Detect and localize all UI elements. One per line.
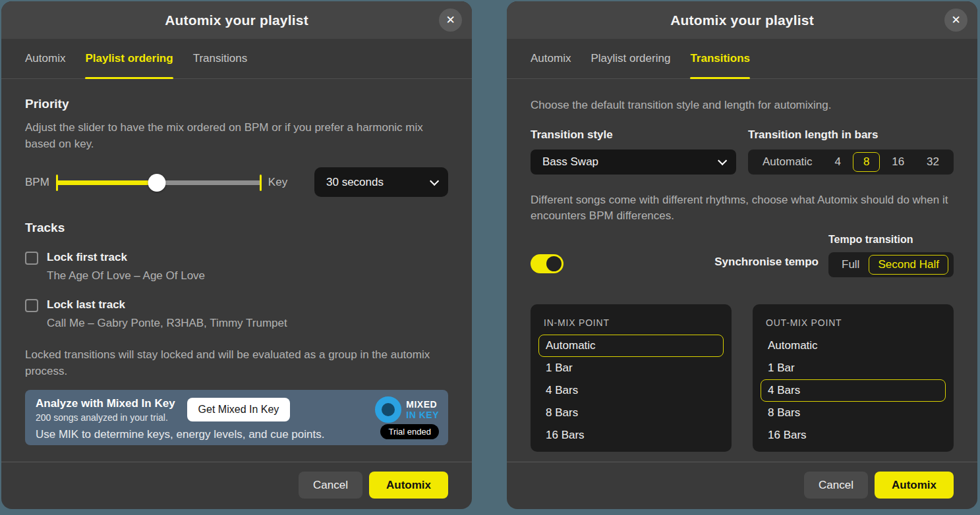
duration-dropdown[interactable]: 30 seconds (314, 167, 448, 197)
lock-last-track-label: Lock last track (47, 298, 287, 312)
priority-heading: Priority (25, 97, 448, 111)
lock-last-track-row[interactable]: Lock last track Call Me – Gabry Ponte, R… (25, 298, 448, 330)
dialog-title: Automix your playlist (165, 13, 308, 28)
toggle-knob (546, 256, 562, 271)
cancel-button[interactable]: Cancel (299, 472, 362, 499)
tempo-transition-segmented: Full Second Half (828, 252, 954, 277)
length-option-4[interactable]: 4 (824, 152, 851, 172)
tab-bar: Automix Playlist ordering Transitions (1, 39, 472, 79)
tracks-heading: Tracks (25, 221, 448, 235)
mik-banner-title: Analyze with Mixed In Key (36, 397, 175, 410)
in-mix-option-automatic[interactable]: Automatic (538, 335, 724, 357)
synchronise-tempo-row: Synchronise tempo Tempo transition Full … (531, 234, 954, 277)
automix-button[interactable]: Automix (875, 472, 954, 499)
out-mix-option-4-bars[interactable]: 4 Bars (761, 379, 946, 402)
chevron-down-icon (430, 176, 439, 186)
locked-transitions-note: Locked transitions will stay locked and … (25, 347, 448, 379)
lock-first-track-row[interactable]: Lock first track The Age Of Love – Age O… (25, 251, 448, 283)
transition-length-segmented: Automatic 4 8 16 32 (748, 149, 954, 175)
tab-playlist-ordering[interactable]: Playlist ordering (85, 39, 173, 78)
transitions-panel: Choose the default transition style and … (507, 79, 977, 462)
transition-style-label: Transition style (531, 128, 736, 142)
priority-description: Adjust the slider to have the mix ordere… (25, 120, 447, 152)
out-mix-option-16-bars[interactable]: 16 Bars (761, 424, 946, 447)
tempo-option-second-half[interactable]: Second Half (869, 255, 948, 275)
dialog-title: Automix your playlist (670, 13, 814, 28)
out-mix-option-automatic[interactable]: Automatic (761, 335, 946, 357)
lock-first-track-checkbox[interactable] (25, 252, 38, 265)
playlist-ordering-panel: Priority Adjust the slider to have the m… (1, 79, 472, 462)
chevron-down-icon (718, 155, 727, 165)
slider-left-tick (56, 175, 58, 191)
tab-transitions[interactable]: Transitions (193, 39, 248, 78)
slider-bpm-label: BPM (25, 176, 49, 189)
close-icon[interactable]: ✕ (439, 9, 462, 32)
lock-last-track-checkbox[interactable] (25, 299, 38, 312)
slider-right-tick (260, 175, 262, 191)
out-mix-option-1-bar[interactable]: 1 Bar (761, 357, 946, 379)
synchronise-tempo-toggle[interactable] (531, 254, 563, 273)
first-track-name: The Age Of Love – Age Of Love (47, 269, 205, 283)
in-mix-option-1-bar[interactable]: 1 Bar (538, 357, 724, 379)
mik-logo-word1: MIXED (406, 400, 439, 409)
transition-style-value: Bass Swap (542, 155, 598, 169)
automix-button[interactable]: Automix (369, 472, 448, 499)
out-mix-point-panel: OUT-MIX POINT Automatic 1 Bar 4 Bars 8 B… (753, 304, 954, 452)
tempo-transition-label: Tempo transition (828, 234, 954, 246)
length-option-8[interactable]: 8 (853, 152, 880, 172)
tab-automix[interactable]: Automix (531, 39, 571, 78)
dialog-header: Automix your playlist ✕ (507, 1, 977, 39)
slider-key-label: Key (268, 176, 287, 189)
transitions-intro: Choose the default transition style and … (531, 97, 954, 114)
bpm-differences-note: Different songs come with different rhyt… (531, 192, 954, 225)
priority-slider-row: BPM Key 30 seconds (25, 167, 448, 197)
tab-bar: Automix Playlist ordering Transitions (507, 39, 977, 79)
length-option-32[interactable]: 32 (916, 152, 950, 172)
synchronise-tempo-label: Synchronise tempo (714, 256, 819, 269)
mik-logo-word2: IN KEY (406, 410, 439, 420)
last-track-name: Call Me – Gabry Ponte, R3HAB, Timmy Trum… (47, 317, 287, 330)
in-mix-point-heading: IN-MIX POINT (544, 317, 724, 328)
mik-banner-footer-text: Use MIK to determine keys, energy levels… (36, 428, 438, 441)
bpm-key-slider[interactable] (56, 173, 262, 192)
mik-banner-subtitle: 200 songs analyzed in your trial. (36, 412, 175, 423)
dialog-header: Automix your playlist ✕ (1, 1, 472, 39)
mixed-in-key-logo: MIXED IN KEY (375, 396, 439, 423)
close-icon[interactable]: ✕ (944, 9, 967, 32)
automix-dialog-transitions: Automix your playlist ✕ Automix Playlist… (507, 1, 977, 509)
lock-first-track-label: Lock first track (47, 251, 205, 264)
get-mixed-in-key-button[interactable]: Get Mixed In Key (187, 398, 291, 421)
length-option-automatic[interactable]: Automatic (752, 152, 823, 172)
duration-dropdown-value: 30 seconds (326, 176, 384, 189)
in-mix-option-4-bars[interactable]: 4 Bars (538, 379, 724, 402)
dialog-footer: Cancel Automix (1, 462, 472, 509)
tempo-option-full[interactable]: Full (832, 255, 869, 275)
in-mix-option-16-bars[interactable]: 16 Bars (538, 424, 724, 447)
in-mix-point-panel: IN-MIX POINT Automatic 1 Bar 4 Bars 8 Ba… (531, 304, 732, 452)
slider-fill (56, 180, 157, 185)
mixed-in-key-banner: Analyze with Mixed In Key 200 songs anal… (25, 390, 448, 445)
slider-thumb[interactable] (148, 174, 165, 192)
cancel-button[interactable]: Cancel (804, 472, 868, 499)
tab-transitions[interactable]: Transitions (690, 39, 750, 78)
mik-ring-icon (375, 396, 401, 423)
trial-ended-badge: Trial ended (380, 424, 439, 439)
transition-length-label: Transition length in bars (748, 128, 954, 142)
tab-automix[interactable]: Automix (25, 39, 65, 78)
automix-dialog-playlist-ordering: Automix your playlist ✕ Automix Playlist… (1, 1, 472, 509)
out-mix-option-8-bars[interactable]: 8 Bars (761, 402, 946, 424)
dialog-footer: Cancel Automix (507, 462, 977, 509)
length-option-16[interactable]: 16 (881, 152, 915, 172)
in-mix-option-8-bars[interactable]: 8 Bars (538, 402, 724, 424)
out-mix-point-heading: OUT-MIX POINT (766, 317, 946, 328)
tab-playlist-ordering[interactable]: Playlist ordering (591, 39, 670, 78)
transition-style-dropdown[interactable]: Bass Swap (531, 149, 736, 175)
